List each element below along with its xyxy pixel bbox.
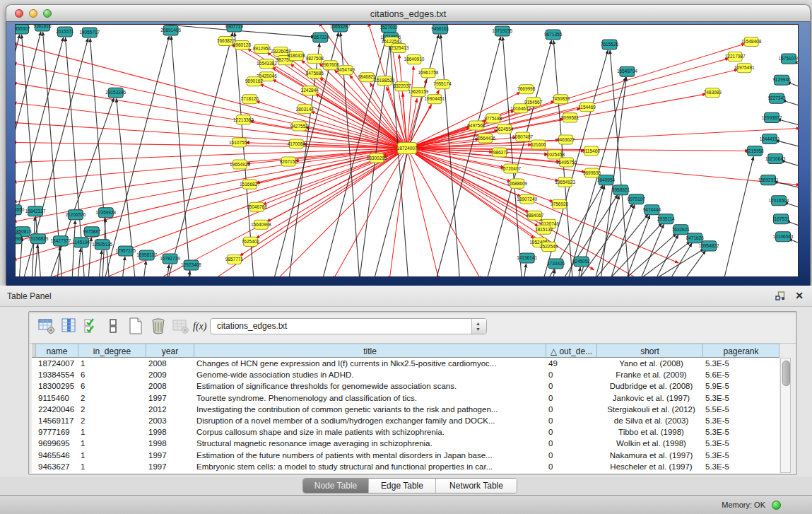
graph-node[interactable]: 4170084 <box>288 139 306 148</box>
graph-node[interactable]: 9699695 <box>583 168 601 177</box>
cell-name[interactable]: 19384554 <box>36 369 78 380</box>
graph-node[interactable]: 20564436 <box>475 134 495 143</box>
graph-node[interactable]: 1733426 <box>547 259 565 269</box>
graph-node[interactable]: 9466161 <box>431 25 449 34</box>
graph-node[interactable]: 7615526 <box>601 40 619 49</box>
cell-in_degree[interactable]: 1 <box>78 358 146 369</box>
graph-node[interactable]: 2015571 <box>56 27 74 37</box>
cell-name[interactable]: 14569117 <box>36 415 78 426</box>
cell-year[interactable]: 2008 <box>146 380 194 392</box>
graph-node[interactable]: 3242844 <box>301 86 319 95</box>
graph-node[interactable]: 9245052 <box>572 257 591 267</box>
graph-node[interactable]: 15892931 <box>758 175 779 185</box>
graph-node[interactable]: 8099581 <box>561 113 579 122</box>
table-options-icon[interactable] <box>37 317 56 335</box>
graph-node[interactable]: 16210643 <box>765 154 786 164</box>
column-header-title[interactable]: title <box>194 344 546 358</box>
graph-node[interactable]: 25260550 <box>16 205 25 215</box>
table-row[interactable]: 977716911998Corpus callosum shape and si… <box>32 426 779 438</box>
window-titlebar[interactable]: citations_edges.txt <box>6 4 811 22</box>
graph-node[interactable]: 13626159 <box>408 88 429 97</box>
table-row[interactable]: 1938455462009Genome-wide association stu… <box>32 369 779 380</box>
cell-out_degree[interactable]: 0 <box>546 404 597 415</box>
graph-node[interactable]: 8267150 <box>280 157 298 166</box>
cell-pagerank[interactable]: 5.3E-5 <box>703 426 779 438</box>
graph-node[interactable]: 16782739 <box>160 254 180 264</box>
graph-node[interactable]: 12217987 <box>725 52 746 62</box>
graph-node[interactable]: 9756928 <box>551 199 569 209</box>
tab-edge-table[interactable]: Edge Table <box>369 479 436 493</box>
close-panel-icon[interactable]: ✕ <box>795 290 804 301</box>
graph-node[interactable]: 9975887 <box>83 227 101 237</box>
cell-short[interactable]: Stergiakouli et al. (2012) <box>597 404 703 415</box>
cell-pagerank[interactable]: 5.6E-5 <box>703 369 779 380</box>
graph-node[interactable]: 9960128 <box>233 41 252 50</box>
table-selector-dropdown[interactable]: citations_edges.txt ▲ ▼ <box>210 318 487 334</box>
graph-node[interactable]: 7955174 <box>433 80 452 89</box>
column-header-out_degree[interactable]: △ out_de... <box>546 344 597 358</box>
graph-node[interactable]: 2935114 <box>657 214 675 224</box>
cell-out_degree[interactable]: 0 <box>546 438 597 449</box>
graph-node[interactable]: 6497568 <box>467 121 486 130</box>
cell-out_degree[interactable]: 0 <box>546 392 597 404</box>
graph-node[interactable]: 9463627 <box>557 135 575 144</box>
cell-out_degree[interactable]: 0 <box>546 426 597 438</box>
cell-out_degree[interactable]: 0 <box>546 415 597 426</box>
cell-out_degree[interactable]: 0 <box>546 369 597 380</box>
graph-node[interactable]: 10807487 <box>512 132 533 141</box>
graph-node[interactable]: 7857224 <box>312 33 330 42</box>
cell-year[interactable]: 2012 <box>146 404 194 415</box>
create-column-icon[interactable] <box>126 317 145 335</box>
graph-node[interactable]: 19654925 <box>230 160 250 169</box>
cell-title[interactable]: Disruption of a novel member of a sodium… <box>194 415 546 426</box>
graph-node[interactable]: 9227343 <box>767 93 786 103</box>
graph-node[interactable]: 1527002 <box>379 25 398 33</box>
graph-node[interactable]: 12505135 <box>92 240 112 250</box>
cell-in_degree[interactable]: 2 <box>78 415 146 426</box>
graph-node[interactable]: 11548408 <box>741 37 762 47</box>
graph-node[interactable]: 16958107 <box>136 250 157 260</box>
table-row[interactable]: 946362711997Embryonic stem cells: a mode… <box>32 461 779 472</box>
cell-pagerank[interactable]: 5.3E-5 <box>703 438 779 449</box>
graph-node[interactable]: 12213363 <box>233 115 254 124</box>
graph-node[interactable]: 19842337 <box>25 206 46 216</box>
graph-node[interactable]: 10719155 <box>492 26 512 36</box>
graph-node[interactable]: 8215958 <box>746 146 764 156</box>
column-header-name[interactable]: name <box>36 344 78 358</box>
column-header-in_degree[interactable]: in_degree <box>78 344 146 358</box>
graph-node[interactable]: 21206576 <box>65 210 86 220</box>
graph-node[interactable]: 14055717 <box>79 28 100 37</box>
graph-node[interactable]: 17359928 <box>95 208 116 218</box>
graph-node[interactable]: 8475685 <box>306 69 324 78</box>
cell-name[interactable]: 9465546 <box>36 450 78 461</box>
graph-node[interactable]: 16495756 <box>556 158 577 167</box>
graph-node[interactable]: 7986372 <box>490 148 509 157</box>
cell-out_degree[interactable]: 49 <box>546 358 597 369</box>
show-columns-icon[interactable] <box>60 317 78 335</box>
scrollbar-thumb[interactable] <box>782 361 790 386</box>
dropdown-stepper-icon[interactable]: ▲ ▼ <box>471 319 486 334</box>
graph-node[interactable]: 13156829 <box>28 234 49 244</box>
function-builder-icon[interactable]: f(x) <box>192 317 210 335</box>
graph-node[interactable]: 18724007 <box>397 142 418 153</box>
cell-name[interactable]: 18300295 <box>36 380 78 392</box>
graph-node[interactable]: 12106543 <box>773 232 794 242</box>
graph-node[interactable]: 7625402 <box>242 237 260 246</box>
cell-in_degree[interactable]: 2 <box>78 392 146 404</box>
cell-year[interactable]: 1997 <box>146 392 194 404</box>
graph-node[interactable]: 18300295 <box>367 153 387 163</box>
table-row[interactable]: 946554611997Estimation of the future num… <box>32 450 779 461</box>
cell-year[interactable]: 1998 <box>146 438 194 449</box>
graph-node[interactable]: 15188520 <box>375 76 395 86</box>
cell-out_degree[interactable]: 0 <box>546 461 597 472</box>
cell-short[interactable]: Yano et al. (2008) <box>597 358 703 369</box>
graph-node[interactable]: 9361816 <box>33 25 52 31</box>
graph-node[interactable]: 9846821 <box>358 73 376 82</box>
graph-node[interactable]: 9884067 <box>526 211 544 220</box>
cell-year[interactable]: 2003 <box>146 415 194 426</box>
cell-pagerank[interactable]: 5.3E-5 <box>703 392 779 404</box>
graph-node[interactable]: 18907249 <box>517 194 537 204</box>
graph-node[interactable]: 1145194 <box>72 238 90 247</box>
graph-node[interactable]: 10975491 <box>734 64 755 73</box>
table-row[interactable]: 2242004622012Investigating the contribut… <box>32 404 779 415</box>
